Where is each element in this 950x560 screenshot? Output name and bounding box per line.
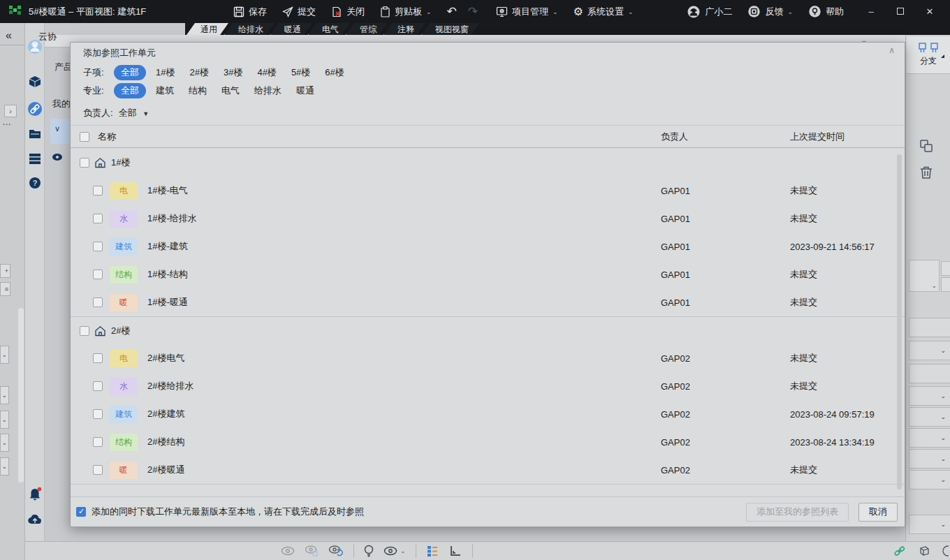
layers-list-icon[interactable] xyxy=(29,152,41,165)
bg-filter-button[interactable]: ≡ xyxy=(0,282,10,296)
filter-subitem-5#楼[interactable]: 5#楼 xyxy=(291,66,310,79)
dialog-collapse-chevron[interactable]: ∧ xyxy=(889,45,895,55)
panel-collapse-button[interactable]: « xyxy=(6,29,12,42)
bg-side-button[interactable] xyxy=(941,277,950,292)
add-to-reference-list-button[interactable]: 添加至我的参照列表 xyxy=(746,503,849,522)
help-button[interactable]: 帮助 xyxy=(808,5,844,18)
bg-dropdown-field[interactable]: ⌄ xyxy=(909,260,940,292)
work-unit-row[interactable]: 电2#楼电气GAP02未提交 xyxy=(71,344,905,372)
work-unit-row[interactable]: 水1#楼-给排水GAP01未提交 xyxy=(71,205,905,233)
project-management-menu[interactable]: 项目管理 ⌄ xyxy=(496,6,558,18)
bg-property-field[interactable]: ⌄ xyxy=(909,386,950,406)
bg-property-field[interactable]: ⌄ xyxy=(909,470,950,489)
help-circle-icon[interactable]: ? xyxy=(29,177,41,189)
trash-icon[interactable] xyxy=(919,165,934,180)
redo-button[interactable]: ↷ xyxy=(468,4,478,19)
save-button[interactable]: 保存 xyxy=(233,6,267,18)
status-circle-icon[interactable] xyxy=(940,544,949,558)
dialog-scrollbar[interactable] xyxy=(897,154,902,489)
reset-visibility-eye-icon[interactable] xyxy=(328,545,344,557)
group-checkbox[interactable] xyxy=(80,326,89,336)
ribbon-tab-给排水[interactable]: 给排水 xyxy=(224,23,275,35)
system-settings-menu[interactable]: ⚙ 系统设置 ⌄ xyxy=(573,6,634,18)
lightbulb-icon[interactable] xyxy=(364,545,374,558)
filter-discipline-建筑[interactable]: 建筑 xyxy=(156,84,174,97)
clipboard-button[interactable]: 剪贴板 ⌄ xyxy=(380,6,432,18)
view-list-icon[interactable] xyxy=(426,545,439,557)
row-checkbox[interactable] xyxy=(93,186,103,196)
branch-tool[interactable]: 分支 xyxy=(907,36,950,74)
select-all-checkbox[interactable] xyxy=(80,132,89,142)
ribbon-tab-暖通[interactable]: 暖通 xyxy=(270,23,312,35)
row-checkbox[interactable] xyxy=(93,409,103,419)
close-file-button[interactable]: 关闭 xyxy=(331,6,365,18)
visibility-eye-icon[interactable] xyxy=(52,153,63,161)
filter-subitem-all[interactable]: 全部 xyxy=(114,65,146,80)
row-checkbox[interactable] xyxy=(93,437,103,447)
isolate-elements-eye-icon[interactable] xyxy=(305,545,319,557)
ribbon-tab-管综[interactable]: 管综 xyxy=(346,23,388,35)
undo-button[interactable]: ↶ xyxy=(447,4,457,19)
bg-side-button[interactable] xyxy=(941,261,950,276)
feedback-button[interactable]: 反馈 ⌄ xyxy=(747,5,793,18)
work-unit-row[interactable]: 结构1#楼-结构GAP01未提交 xyxy=(71,260,905,288)
filter-subitem-6#楼[interactable]: 6#楼 xyxy=(325,66,344,79)
cancel-button[interactable]: 取消 xyxy=(858,503,898,522)
row-checkbox[interactable] xyxy=(93,242,103,251)
model-cube-icon[interactable] xyxy=(29,75,41,88)
minimize-button[interactable]: – xyxy=(859,6,883,17)
bg-property-field[interactable]: ⌄ xyxy=(909,515,950,534)
bg-property-field[interactable]: ⌄ xyxy=(909,407,950,427)
row-checkbox[interactable] xyxy=(93,465,103,475)
bg-plus-button[interactable]: + xyxy=(0,264,10,278)
owner-dropdown[interactable]: 全部 ▼ xyxy=(119,107,149,119)
maximize-button[interactable] xyxy=(889,6,912,17)
ribbon-tab-电气[interactable]: 电气 xyxy=(308,23,350,35)
work-unit-row[interactable]: 建筑1#楼-建筑GAP012023-09-21 14:56:17 xyxy=(71,233,905,260)
filter-subitem-4#楼[interactable]: 4#楼 xyxy=(257,66,276,79)
filter-discipline-all[interactable]: 全部 xyxy=(114,83,146,98)
row-checkbox[interactable] xyxy=(93,297,103,307)
row-checkbox[interactable] xyxy=(93,381,103,391)
section-angle-icon[interactable] xyxy=(448,545,462,557)
filter-discipline-暖通[interactable]: 暖通 xyxy=(296,84,314,97)
ribbon-tab-通用[interactable]: 通用 xyxy=(187,23,228,35)
filter-subitem-2#楼[interactable]: 2#楼 xyxy=(189,66,208,79)
bg-scrollbar[interactable] xyxy=(18,308,24,482)
work-unit-row[interactable]: 结构2#楼结构GAP022023-08-24 13:34:19 xyxy=(71,428,905,456)
row-checkbox[interactable] xyxy=(93,353,103,363)
submit-button[interactable]: 提交 xyxy=(282,6,316,18)
filter-subitem-1#楼[interactable]: 1#楼 xyxy=(156,66,175,79)
row-checkbox[interactable] xyxy=(93,270,103,279)
bg-property-field[interactable]: ⌄ xyxy=(909,341,950,360)
bg-property-field[interactable] xyxy=(909,364,950,383)
filter-discipline-电气[interactable]: 电气 xyxy=(221,84,240,97)
folder-icon[interactable] xyxy=(29,128,41,140)
ribbon-tab-注释[interactable]: 注释 xyxy=(383,23,425,35)
visibility-menu-button[interactable]: ⌄ xyxy=(383,546,406,556)
link-status-icon[interactable] xyxy=(893,545,907,557)
notifications-bell-icon[interactable] xyxy=(27,487,43,502)
reference-link-icon[interactable] xyxy=(27,101,43,117)
work-unit-row[interactable]: 暖1#楼-暖通GAP01未提交 xyxy=(71,288,905,316)
row-checkbox[interactable] xyxy=(93,214,103,223)
bg-property-field[interactable]: ⌄ xyxy=(909,428,950,448)
expand-arrow-button[interactable]: › xyxy=(4,105,17,117)
hide-elements-eye-icon[interactable] xyxy=(281,546,295,556)
bg-property-field[interactable]: ⌄ xyxy=(909,449,950,469)
filter-subitem-3#楼[interactable]: 3#楼 xyxy=(224,66,242,79)
work-unit-row[interactable]: 建筑2#楼建筑GAP022023-08-24 09:57:19 xyxy=(71,400,905,428)
cube-status-icon[interactable] xyxy=(916,544,930,558)
bg-tree-chevron[interactable]: ∨ xyxy=(54,124,60,133)
filter-discipline-给排水[interactable]: 给排水 xyxy=(254,84,282,97)
download-latest-checkbox[interactable] xyxy=(76,507,86,517)
work-unit-row[interactable]: 水2#楼给排水GAP02未提交 xyxy=(71,372,905,400)
filter-discipline-结构[interactable]: 结构 xyxy=(189,84,207,97)
copy-icon[interactable] xyxy=(919,138,934,154)
close-window-button[interactable]: ✕ xyxy=(918,6,942,17)
work-unit-row[interactable]: 电1#楼-电气GAP01未提交 xyxy=(71,177,905,205)
user-account-button[interactable]: 广小二 xyxy=(687,5,732,19)
bg-property-field[interactable] xyxy=(909,318,950,337)
ribbon-tab-视图视窗[interactable]: 视图视窗 xyxy=(421,23,480,35)
cloud-upload-icon[interactable] xyxy=(27,512,43,527)
